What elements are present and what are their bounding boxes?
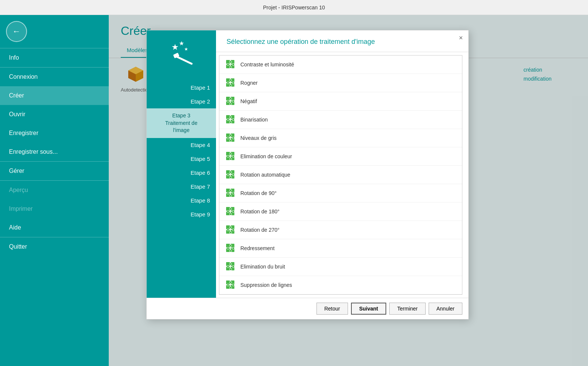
wizard-steps: Etape 1 Etape 2 Etape 3Traitement del'im… <box>147 81 216 221</box>
sidebar-item-quitter[interactable]: Quitter <box>0 237 109 256</box>
svg-point-104 <box>230 268 232 270</box>
svg-point-101 <box>230 263 232 265</box>
puzzle-icon <box>225 261 236 272</box>
wizard-body: ★ ★ ★ Etape 1 <box>147 30 468 298</box>
operation-item-rotation-270[interactable]: Rotation de 270° <box>219 221 462 239</box>
svg-point-69 <box>230 189 232 192</box>
puzzle-icon <box>225 170 236 180</box>
back-icon: ← <box>12 27 21 36</box>
puzzle-icon <box>225 243 236 254</box>
svg-point-72 <box>230 195 232 197</box>
svg-point-62 <box>227 174 229 176</box>
svg-point-30 <box>227 100 229 102</box>
wizard-footer: Retour Suivant Terminer Annuler <box>147 298 468 319</box>
svg-point-22 <box>227 82 229 84</box>
sidebar-item-enregistrer[interactable]: Enregistrer <box>0 124 109 142</box>
svg-point-79 <box>232 210 234 213</box>
sidebar-item-connexion[interactable]: Connexion <box>0 68 109 86</box>
puzzle-icon <box>225 225 236 235</box>
operations-list[interactable]: Contraste et luminosité Rogner Négatif <box>219 55 462 295</box>
svg-point-93 <box>230 244 232 247</box>
svg-point-31 <box>232 100 234 102</box>
wizard-title: Sélectionnez une opération de traitement… <box>216 30 468 52</box>
wizard-step-5[interactable]: Etape 5 <box>147 152 216 166</box>
operation-item-niveaux-gris[interactable]: Niveaux de gris <box>219 129 462 147</box>
sidebar-item-aide[interactable]: Aide <box>0 218 109 237</box>
svg-point-48 <box>230 140 232 142</box>
svg-point-109 <box>230 281 232 284</box>
svg-text:★: ★ <box>184 46 188 52</box>
svg-point-14 <box>227 63 229 66</box>
svg-point-86 <box>227 229 229 231</box>
svg-point-47 <box>232 137 234 139</box>
wizard-step-2[interactable]: Etape 2 <box>147 94 216 108</box>
close-button[interactable]: × <box>456 33 465 42</box>
svg-text:★: ★ <box>179 40 184 46</box>
svg-point-40 <box>230 121 232 123</box>
puzzle-icon <box>225 78 236 88</box>
puzzle-icon <box>225 59 236 70</box>
wizard-left-panel: ★ ★ ★ Etape 1 <box>147 30 216 298</box>
svg-point-45 <box>230 134 232 136</box>
svg-point-78 <box>227 210 229 213</box>
operation-item-negatif[interactable]: Négatif <box>219 92 462 111</box>
svg-point-61 <box>230 171 232 173</box>
sidebar: ← Info Connexion Créer Ouvrir Enregistre… <box>0 15 109 366</box>
puzzle-icon <box>225 188 236 198</box>
operation-item-rotation-180[interactable]: Rotation de 180° <box>219 202 462 221</box>
wizard-step-3[interactable]: Etape 3Traitement del'image <box>147 108 216 138</box>
wand-stars-icon: ★ ★ ★ <box>168 39 195 66</box>
svg-point-111 <box>232 284 234 286</box>
puzzle-icon <box>225 280 236 290</box>
wizard-step-6[interactable]: Etape 6 <box>147 166 216 180</box>
svg-point-29 <box>230 98 232 100</box>
wizard-modal: ★ ★ ★ Etape 1 <box>146 30 469 320</box>
wizard-step-9[interactable]: Etape 9 <box>147 207 216 221</box>
svg-point-13 <box>230 61 232 63</box>
sidebar-item-enregistrer-sous[interactable]: Enregistrer sous... <box>0 142 109 161</box>
svg-point-38 <box>227 118 229 121</box>
sidebar-item-info[interactable]: Info <box>0 48 109 67</box>
wizard-magic-icon: ★ ★ ★ <box>168 39 195 69</box>
svg-point-77 <box>230 208 232 210</box>
svg-point-55 <box>232 155 234 158</box>
svg-point-102 <box>227 266 229 268</box>
modal-overlay: ★ ★ ★ Etape 1 <box>109 15 588 366</box>
retour-button[interactable]: Retour <box>316 303 348 315</box>
sidebar-item-gerer[interactable]: Gérer <box>0 162 109 180</box>
svg-point-94 <box>227 247 229 249</box>
annuler-button[interactable]: Annuler <box>429 303 462 315</box>
terminer-button[interactable]: Terminer <box>389 303 425 315</box>
operation-item-binarisation[interactable]: Binarisation <box>219 111 462 129</box>
title-bar: Projet - IRISPowerscan 10 <box>0 0 588 15</box>
wizard-step-4[interactable]: Etape 4 <box>147 138 216 152</box>
operation-item-elim-couleur[interactable]: Elimination de couleur <box>219 147 462 166</box>
sidebar-item-ouvrir[interactable]: Ouvrir <box>0 105 109 124</box>
back-button[interactable]: ← <box>6 21 27 42</box>
svg-point-16 <box>230 66 232 68</box>
operation-item-redressement[interactable]: Redressement <box>219 239 462 258</box>
svg-text:★: ★ <box>171 42 179 52</box>
title-text: Projet - IRISPowerscan 10 <box>263 4 325 10</box>
svg-point-53 <box>230 153 232 155</box>
svg-point-64 <box>230 176 232 178</box>
content-area: Créer Modèles Activités récentes Autodet… <box>109 15 588 366</box>
wizard-step-7[interactable]: Etape 7 <box>147 180 216 194</box>
svg-point-71 <box>232 192 234 194</box>
wizard-step-1[interactable]: Etape 1 <box>147 81 216 94</box>
svg-point-103 <box>232 266 234 268</box>
sidebar-item-creer[interactable]: Créer <box>0 86 109 105</box>
operation-item-suppression[interactable]: Suppression de lignes <box>219 276 462 294</box>
svg-point-87 <box>232 229 234 231</box>
operation-item-rogner[interactable]: Rogner <box>219 74 462 92</box>
suivant-button[interactable]: Suivant <box>351 303 387 315</box>
operation-item-rotation-90[interactable]: Rotation de 90° <box>219 184 462 202</box>
svg-point-21 <box>230 79 232 81</box>
svg-point-63 <box>232 174 234 176</box>
operation-item-contraste[interactable]: Contraste et luminosité <box>219 56 462 74</box>
operation-item-elim-bruit[interactable]: Elimination du bruit <box>219 258 462 276</box>
wizard-step-8[interactable]: Etape 8 <box>147 194 216 207</box>
puzzle-icon <box>225 133 236 143</box>
operation-item-rotation-auto[interactable]: Rotation automatique <box>219 166 462 184</box>
sidebar-item-apercu: Aperçu <box>0 181 109 200</box>
